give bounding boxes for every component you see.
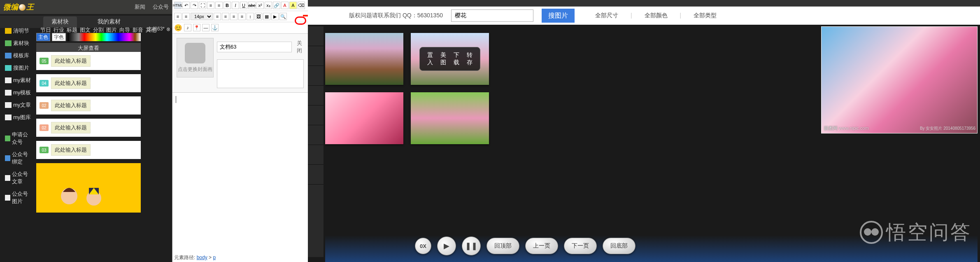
filter-size[interactable]: 全部尺寸 — [595, 12, 618, 19]
wukong-text: 悟空问答 — [886, 219, 972, 246]
undo-button[interactable]: ↶ — [182, 2, 190, 9]
sidebar-item-apply-gzh[interactable]: 申请公众号 — [3, 129, 35, 148]
article-desc-input[interactable] — [217, 59, 304, 88]
anchor-button[interactable]: ⚓ — [211, 24, 219, 31]
sub-button[interactable]: x₂ — [265, 2, 272, 9]
sup-button[interactable]: x² — [256, 2, 264, 9]
italic-button[interactable]: I — [232, 2, 239, 9]
filter-type[interactable]: 全部类型 — [694, 12, 717, 19]
next-page-button[interactable]: 下一页 — [564, 238, 597, 254]
action-insert[interactable]: 置入 — [427, 51, 433, 66]
doc-icon — [5, 115, 12, 120]
outdent-button[interactable]: ≡ — [207, 2, 214, 9]
color-tab-font[interactable]: 字色 — [52, 33, 66, 41]
search-input[interactable] — [451, 9, 533, 22]
sidebar-item-search-img[interactable]: 搜图片 — [3, 62, 35, 74]
left-thumb-strip[interactable] — [308, 26, 324, 257]
material-item-graphic[interactable] — [36, 163, 141, 213]
pause-button[interactable]: ❚❚ — [462, 236, 481, 255]
material-item[interactable]: 04此处输入标题 — [36, 74, 141, 92]
font-size-select[interactable]: 14px — [191, 13, 213, 20]
menu-gzh[interactable]: 公众号 — [153, 3, 169, 11]
ol-button[interactable]: ≡ — [174, 13, 182, 20]
fullscreen-button[interactable]: ⛶ — [199, 2, 206, 9]
result-thumb[interactable] — [411, 92, 489, 144]
sidebar-item-material[interactable]: 素材块 — [3, 37, 35, 49]
indent-button[interactable]: ≡ — [215, 2, 223, 9]
result-thumb[interactable] — [325, 92, 403, 144]
material-item[interactable]: 03此处输入标题 — [36, 141, 141, 159]
font-color-button[interactable]: A — [281, 2, 289, 9]
speed-button[interactable]: 0X — [415, 238, 431, 254]
color-tab-main[interactable]: 主色 — [36, 33, 50, 41]
sidebar-item-my-gallery[interactable]: my图库 — [3, 111, 35, 124]
sidebar-label: my图库 — [13, 114, 31, 121]
elem-path-body[interactable]: body — [197, 255, 207, 260]
search-image-button[interactable]: 🔍 — [279, 13, 287, 20]
line-height-button[interactable]: ↕ — [247, 13, 254, 20]
map-button[interactable]: 📍 — [193, 24, 200, 31]
align-left-button[interactable]: ≡ — [214, 13, 221, 20]
strike-button[interactable]: abc — [248, 2, 256, 9]
sidebar-item-gzh-image[interactable]: 公众号图片 — [3, 188, 35, 208]
align-center-button[interactable]: ≡ — [222, 13, 229, 20]
emoji-button[interactable]: 😊 — [174, 24, 182, 32]
sidebar-label: 清明节 — [13, 27, 29, 35]
search-button[interactable]: 搜图片 — [542, 9, 575, 23]
meta-row: 点击更换封面画 关闭 — [172, 34, 308, 92]
html-source-button[interactable]: HTML — [174, 2, 182, 9]
badge: 05 — [40, 58, 49, 64]
ul-button[interactable]: ≡ — [182, 13, 190, 20]
sidebar-item-gzh-article[interactable]: 公众号文章 — [3, 168, 35, 188]
goto-bottom-button[interactable]: 回底部 — [603, 238, 635, 254]
action-beautify[interactable]: 美图 — [440, 51, 446, 66]
redo-button[interactable]: ↷ — [191, 2, 198, 9]
doc-tab[interactable]: 文档63* ⊗ — [147, 26, 170, 33]
bold-button[interactable]: B — [223, 2, 231, 9]
hr-button[interactable]: — — [202, 24, 210, 31]
filter-bar: 全部尺寸| 全部颜色| 全部类型 — [595, 12, 717, 19]
large-preview[interactable]: 眼图网 www.nipic.com By 安安照片 20140805173956 — [821, 26, 978, 133]
play-button[interactable]: ▶ — [437, 236, 456, 255]
underline-button[interactable]: U — [240, 2, 247, 9]
close-icon[interactable]: ⊗ — [166, 26, 170, 32]
result-thumb[interactable]: 置入 美图 下载 转存 — [411, 33, 489, 85]
search-bar: 版权问题请联系我们 QQ：56301350 搜图片 全部尺寸| 全部颜色| 全部… — [308, 7, 980, 25]
align-justify-button[interactable]: ≡ — [238, 13, 246, 20]
color-palette[interactable] — [68, 33, 141, 41]
goto-top-button[interactable]: 回顶部 — [487, 238, 519, 254]
editor-content[interactable] — [172, 92, 308, 262]
prev-page-button[interactable]: 上一页 — [525, 238, 558, 254]
result-thumb[interactable] — [325, 33, 403, 85]
bg-color-button[interactable]: A — [289, 2, 297, 9]
music-button[interactable]: ♪ — [184, 24, 191, 31]
material-item[interactable]: 05此处输入标题 — [36, 52, 141, 70]
clear-format-button[interactable]: ⌫ — [298, 2, 305, 9]
article-title-input[interactable] — [217, 42, 292, 52]
align-right-button[interactable]: ≡ — [230, 13, 237, 20]
editor-panel: HTML ↶ ↷ ⛶ ≡ ≡ B I U abc x² x₂ 🔗 A A ⌫ ≡… — [172, 0, 308, 262]
sidebar-item-templates[interactable]: 模板库 — [3, 49, 35, 62]
sidebar-item-my-template[interactable]: my模板 — [3, 87, 35, 99]
cover-picker[interactable]: 点击更换封面画 — [177, 38, 214, 77]
menu-news[interactable]: 新闻 — [135, 3, 145, 11]
link-button[interactable]: 🔗 — [273, 2, 280, 9]
material-item[interactable]: 02此处输入标题 — [36, 96, 141, 115]
sidebar-item-qingming[interactable]: 清明节 — [3, 25, 35, 37]
wukong-logo-icon — [860, 221, 883, 244]
action-download[interactable]: 下载 — [454, 51, 459, 66]
doc-tab-label: 文档63* — [147, 26, 165, 33]
sidebar-item-my-material[interactable]: my素材 — [3, 74, 35, 87]
image-button[interactable]: 🖼 — [255, 13, 262, 20]
element-path: 元素路径: body > p — [174, 254, 216, 261]
elem-path-p[interactable]: p — [213, 255, 216, 260]
video-button[interactable]: ▶ — [271, 13, 279, 20]
table-button[interactable]: ▦ — [263, 13, 270, 20]
material-item[interactable]: 02此处输入标题 — [36, 119, 141, 137]
action-save[interactable]: 转存 — [467, 51, 473, 66]
filter-color[interactable]: 全部颜色 — [645, 12, 668, 19]
link-icon — [5, 155, 10, 161]
sidebar-item-bind-gzh[interactable]: 公众号绑定 — [3, 148, 35, 168]
sidebar-item-my-article[interactable]: my文章 — [3, 99, 35, 111]
close-button[interactable]: 关闭 — [295, 38, 304, 56]
